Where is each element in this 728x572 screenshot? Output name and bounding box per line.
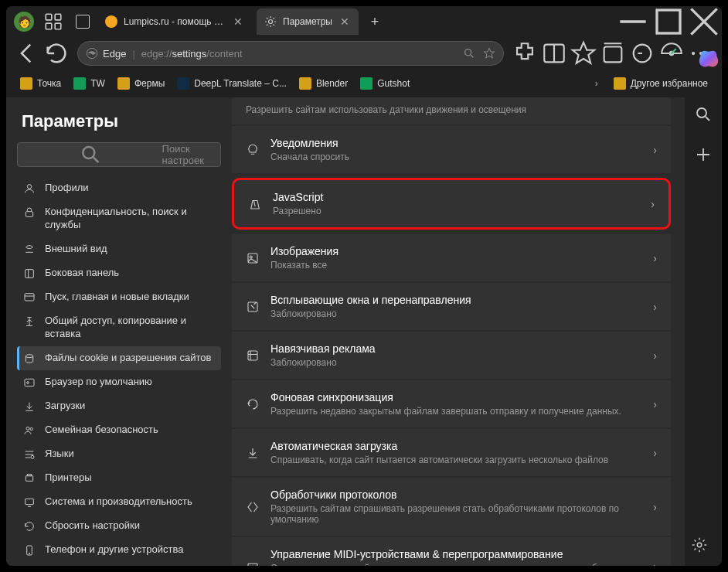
bookmark-item[interactable]: DeepL Translate – C... [172,74,291,93]
refresh-button[interactable] [43,40,70,66]
sidebar-item[interactable]: Браузер по умолчанию [17,370,221,394]
bookmark-item[interactable]: Точка [15,74,66,93]
favorites-button[interactable] [570,40,597,66]
setting-row[interactable]: Разрешить сайтам использовать датчики дв… [232,97,671,124]
setting-icon [246,349,260,363]
close-icon[interactable]: ✕ [232,15,244,28]
nav-icon [23,291,36,304]
profile-avatar[interactable]: 🧑 [14,12,34,32]
setting-sub: Заблокировано [270,308,642,319]
tab-settings[interactable]: Параметры ✕ [257,9,359,35]
svg-rect-3 [55,23,61,29]
setting-title: Автоматическая загрузка [270,440,642,452]
sidebar-item[interactable]: Общий доступ, копирование и вставка [17,309,221,346]
bookmark-item[interactable]: Фермы [113,74,169,93]
sidebar-item[interactable]: Принтеры [17,466,221,490]
copilot-icon[interactable] [697,48,720,71]
rail-settings-icon[interactable] [691,536,708,553]
sidebar-item[interactable]: Конфиденциальность, поиск и службы [17,200,221,237]
sidebar-item[interactable]: Телефон и другие устройства [17,538,221,562]
history-button[interactable] [629,40,655,66]
sidebar-item[interactable]: Сбросить настройки [17,514,221,538]
star-icon[interactable] [483,47,495,60]
close-window-button[interactable] [686,6,722,37]
chevron-right-icon: › [653,252,657,264]
sidebar-item[interactable]: Боковая панель [17,261,221,285]
nav-icon [23,206,36,219]
bookmark-item[interactable]: TW [69,74,110,93]
site-icon [105,15,117,28]
sidebar-item[interactable]: Пуск, главная и новые вкладки [17,285,221,309]
setting-sub: Сначала спросить [270,152,642,162]
svg-rect-0 [46,14,52,20]
search-placeholder: Поиск настроек [162,143,213,166]
sidebar-item[interactable]: Профили [17,176,221,200]
setting-row[interactable]: ИзображенияПоказать все› [232,234,671,281]
minimize-button[interactable] [615,6,651,37]
sidebar-item[interactable]: Файлы cookie и разрешения сайтов [17,346,221,370]
setting-row[interactable]: Фоновая синхронизацияРазрешить недавно з… [232,380,671,427]
svg-point-19 [692,52,695,55]
setting-row[interactable]: УведомленияСначала спросить› [232,126,671,173]
svg-point-4 [105,15,117,28]
nav-icon [23,424,36,437]
right-sidebar [685,97,722,566]
nav-label: Боковая панель [45,267,119,280]
tab-label: Lumpics.ru - помощь с компьют [124,16,226,27]
extensions-button[interactable] [512,40,538,66]
vertical-tabs-icon[interactable] [73,12,93,32]
svg-rect-38 [27,474,31,475]
svg-rect-31 [25,379,34,386]
search-rail-icon[interactable] [694,105,713,124]
tab-lumpics[interactable]: Lumpics.ru - помощь с компьют ✕ [97,9,252,35]
close-icon[interactable]: ✕ [338,15,351,28]
workspaces-icon[interactable] [43,12,63,32]
svg-point-42 [29,553,29,553]
sidebar-item[interactable]: Система и производительность [17,490,221,514]
sidebar-item[interactable]: Специальные возможности [17,562,221,566]
bookmark-item[interactable]: Gutshot [355,74,414,93]
address-bar[interactable]: Edge | edge://settings/content [77,41,504,66]
svg-point-63 [697,543,702,547]
nav-label: Пуск, главная и новые вкладки [45,291,189,304]
new-tab-button[interactable]: + [363,10,386,33]
setting-row[interactable]: Управление MIDI-устройствами & перепрогр… [232,537,671,566]
page-title: Параметры [17,111,221,131]
bookmark-item[interactable]: Blender [294,74,352,93]
nav-icon [23,352,36,365]
split-button[interactable] [541,40,567,66]
setting-row[interactable]: Обработчики протоколовРазрешить сайтам с… [232,478,671,536]
performance-button[interactable] [658,40,685,66]
setting-icon [248,197,262,211]
collections-button[interactable] [600,40,626,66]
nav-label: Языки [45,448,74,461]
setting-row[interactable]: Навязчивая рекламаЗаблокировано› [232,332,671,379]
setting-row[interactable]: Всплывающие окна и перенаправленияЗаблок… [232,283,671,330]
bookmarks-overflow[interactable]: › [587,75,606,92]
sidebar-item[interactable]: Внешний вид [17,237,221,261]
svg-line-12 [471,55,473,57]
sidebar-item[interactable]: Семейная безопасность [17,418,221,442]
maximize-button[interactable] [651,6,686,37]
add-rail-icon[interactable] [694,145,713,164]
nav-label: Загрузки [45,400,85,413]
setting-row[interactable]: Автоматическая загрузкаСпрашивать, когда… [232,429,671,476]
sidebar-item[interactable]: Языки [17,442,221,466]
svg-point-36 [31,455,34,458]
search-icon[interactable] [463,47,475,60]
toolbar: Edge | edge://settings/content [6,37,722,70]
nav-label: Общий доступ, копирование и вставка [45,315,215,341]
gear-icon [264,15,277,28]
setting-title: Фоновая синхронизация [270,391,642,403]
settings-search-input[interactable]: Поиск настроек [17,142,221,167]
svg-point-22 [83,147,94,158]
back-button[interactable] [14,40,40,66]
setting-sub: Разрешить сайтам спрашивать разрешения с… [270,503,642,525]
url-text: edge://settings/content [141,48,243,60]
nav-icon [23,472,36,485]
sidebar-item[interactable]: Загрузки [17,394,221,418]
other-bookmarks[interactable]: Другое избранное [609,74,713,93]
setting-row[interactable]: JavaScriptРазрешено› [232,178,671,230]
nav-label: Файлы cookie и разрешения сайтов [45,352,211,365]
settings-main: Разрешить сайтам использовать датчики дв… [232,97,685,566]
